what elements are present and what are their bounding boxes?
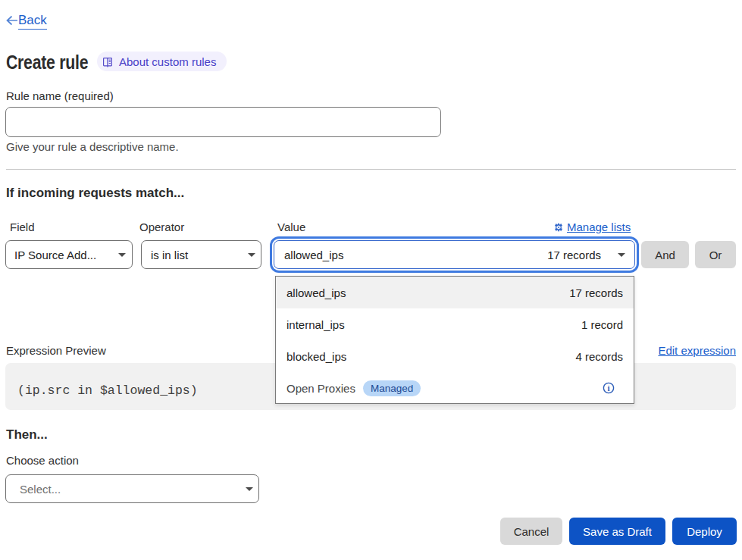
svg-text:i: i xyxy=(607,383,609,393)
